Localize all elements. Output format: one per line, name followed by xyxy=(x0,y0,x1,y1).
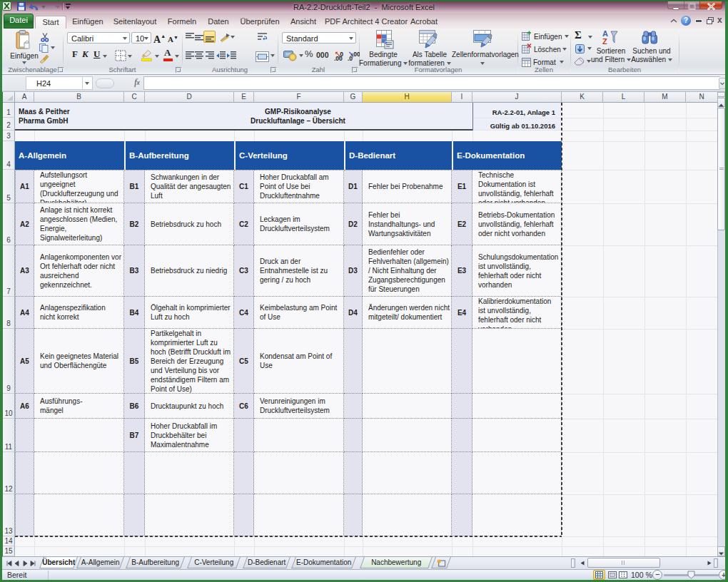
svg-text:,0: ,0 xyxy=(348,55,353,61)
svg-text:,00: ,00 xyxy=(334,55,343,61)
svg-text:Z: Z xyxy=(602,37,607,46)
